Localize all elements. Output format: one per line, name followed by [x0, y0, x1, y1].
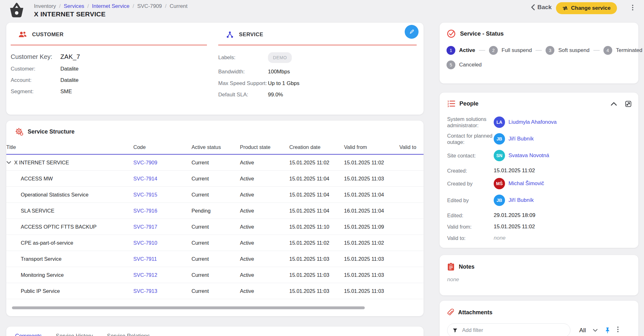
check-circle-icon — [447, 29, 456, 38]
people-row: Site contact: SN Svatava Novotná — [447, 149, 633, 162]
tab-service-relations[interactable]: Service Relations — [107, 333, 150, 336]
step-circle: 4 — [603, 46, 612, 55]
customer-key-value: ZAK_7 — [60, 53, 80, 60]
row-value: 29.01.2025 18:09 — [494, 212, 535, 219]
filter-all-dropdown[interactable]: All — [579, 327, 586, 334]
hub-icon — [226, 31, 234, 38]
max-speed-value: Up to 1 Gbps — [268, 80, 299, 87]
status-step-soft-suspend[interactable]: 3 Soft suspend — [546, 46, 589, 55]
cell-valid-from: 15.01.2025 11:02 — [344, 235, 399, 251]
change-service-button[interactable]: Change service — [556, 2, 617, 14]
table-row[interactable]: SLA SERVICE SVC-7916 Pending Active 15.0… — [6, 203, 424, 219]
edit-button[interactable] — [405, 25, 419, 39]
paperclip-icon — [447, 308, 454, 316]
column-header-product-state[interactable]: Product state — [240, 141, 289, 154]
row-label: Edited: — [447, 212, 494, 219]
labels-label: Labels: — [218, 54, 268, 61]
filter-input[interactable] — [461, 327, 565, 334]
breadcrumb-item-current: Current — [170, 3, 188, 9]
customer-section: CUSTOMER Customer Key: ZAK_7 Customer: D… — [6, 23, 214, 115]
cell-product-state: Active — [240, 235, 289, 251]
person-link[interactable]: Michal Šimovič — [508, 180, 544, 187]
status-step-terminated[interactable]: 4 Terminated — [603, 46, 642, 55]
table-row[interactable]: ACCESS OPTIC FTTS BACKUP SVC-7917 Curren… — [6, 219, 424, 235]
chevron-down-icon[interactable] — [593, 329, 598, 332]
people-row: Edited: 29.01.2025 18:09 — [447, 210, 633, 220]
column-header-active-status[interactable]: Active status — [192, 141, 240, 154]
breadcrumb-item-internet-service[interactable]: Internet Service — [92, 3, 130, 9]
attachments-menu-button kebab-icon[interactable] — [617, 326, 624, 335]
avatar: SN — [494, 150, 505, 161]
avatar: MŠ — [494, 178, 505, 189]
code-link[interactable]: SVC-7916 — [133, 208, 157, 214]
column-header-valid-from[interactable]: Valid from — [344, 141, 399, 154]
table-row[interactable]: Monitoring Service SVC-7912 Current Acti… — [6, 267, 424, 283]
code-link[interactable]: SVC-7909 — [133, 160, 157, 165]
row-label: Created by — [447, 180, 494, 187]
breadcrumb-item-services[interactable]: Services — [64, 3, 84, 9]
column-header-valid-to[interactable]: Valid to — [399, 141, 424, 154]
tab-service-history[interactable]: Service History — [56, 333, 93, 336]
table-row[interactable]: X INTERNET SERVICE SVC-7909 Current Acti… — [6, 154, 424, 171]
status-step-full-suspend[interactable]: 2 Full suspend — [489, 46, 532, 55]
code-link[interactable]: SVC-7912 — [133, 272, 157, 278]
table-row[interactable]: Public IP Service SVC-7913 Current Activ… — [6, 283, 424, 299]
person-link[interactable]: Liudmyla Ahafonova — [508, 119, 557, 125]
status-steps-row1: 1 Active 2 Full suspend 3 Soft suspend 4… — [447, 46, 638, 55]
expand-button expand-icon[interactable] — [625, 100, 632, 108]
cell-active-status: Current — [192, 267, 240, 283]
person-link[interactable]: Jiří Bubník — [508, 197, 534, 203]
collapse-button chevron-up-icon[interactable] — [611, 102, 617, 106]
customer-link[interactable]: Datalite — [60, 66, 79, 72]
cell-product-state: Active — [240, 171, 289, 187]
horizontal-scrollbar-thumb[interactable] — [12, 306, 365, 309]
row-label: System solutions administrator: — [447, 116, 494, 128]
cell-creation-date: 15.01.2025 11:10 — [289, 219, 344, 235]
customer-key-label: Customer Key: — [11, 53, 60, 60]
column-header-title[interactable]: Title — [6, 141, 133, 154]
status-step-active[interactable]: 1 Active — [447, 46, 475, 55]
code-link[interactable]: SVC-7917 — [133, 224, 157, 230]
cell-creation-date: 15.01.2025 11:02 — [289, 154, 344, 171]
account-link[interactable]: Datalite — [60, 77, 79, 83]
row-title: Operational Statistics Service — [6, 192, 89, 197]
row-value: 15.01.2025 11:02 — [494, 224, 535, 230]
header-menu-button kebab-icon[interactable] — [630, 4, 641, 14]
breadcrumb-separator: / — [59, 3, 61, 9]
code-link[interactable]: SVC-7913 — [133, 288, 157, 294]
service-structure-card: Service Structure Title Code Active stat… — [6, 121, 424, 316]
status-steps-row2: 5 Canceled — [447, 60, 638, 69]
step-circle: 1 — [447, 46, 455, 55]
code-link[interactable]: SVC-7911 — [133, 256, 157, 262]
step-label: Soft suspend — [558, 47, 589, 54]
breadcrumb-item-svc-code: SVC-7909 — [137, 3, 162, 9]
numbered-list-icon: 123 — [447, 100, 455, 108]
app-logo basket-icon[interactable] — [8, 2, 25, 18]
table-row[interactable]: Operational Statistics Service SVC-7915 … — [6, 187, 424, 203]
people-row: Contact for planned outage: JB Jiří Bubn… — [447, 132, 633, 146]
attachments-title: Attachments — [458, 309, 492, 316]
people-row: Created: 15.01.2025 11:02 — [447, 165, 633, 176]
funnel-icon — [452, 327, 458, 333]
column-header-creation-date[interactable]: Creation date — [289, 141, 344, 154]
cell-product-state: Active — [240, 154, 289, 171]
code-link[interactable]: SVC-7910 — [133, 240, 157, 246]
tab-comments[interactable]: Comments — [15, 333, 42, 336]
back-button[interactable]: Back — [531, 4, 552, 11]
segment-value: SME — [60, 88, 72, 95]
table-row[interactable]: CPE as-part-of-service SVC-7910 Current … — [6, 235, 424, 251]
column-header-code[interactable]: Code — [133, 141, 192, 154]
person-link[interactable]: Svatava Novotná — [508, 152, 549, 159]
person-link[interactable]: Jiří Bubník — [508, 136, 534, 142]
table-row[interactable]: Transport Service SVC-7911 Current Activ… — [6, 251, 424, 267]
pin-button pin-icon[interactable] — [605, 327, 610, 334]
clipboard-icon — [447, 263, 455, 271]
status-step-canceled[interactable]: 5 Canceled — [447, 60, 482, 69]
code-link[interactable]: SVC-7914 — [133, 176, 157, 181]
code-link[interactable]: SVC-7915 — [133, 192, 157, 197]
cell-valid-from: 16.01.2025 11:04 — [344, 203, 399, 219]
cell-creation-date: 15.01.2025 11:04 — [289, 187, 344, 203]
chevron-down-icon[interactable] — [6, 161, 11, 164]
table-row[interactable]: ACCESS MW SVC-7914 Current Active 15.01.… — [6, 171, 424, 187]
side-column: Service - Status 1 Active 2 Full suspend… — [440, 23, 638, 336]
